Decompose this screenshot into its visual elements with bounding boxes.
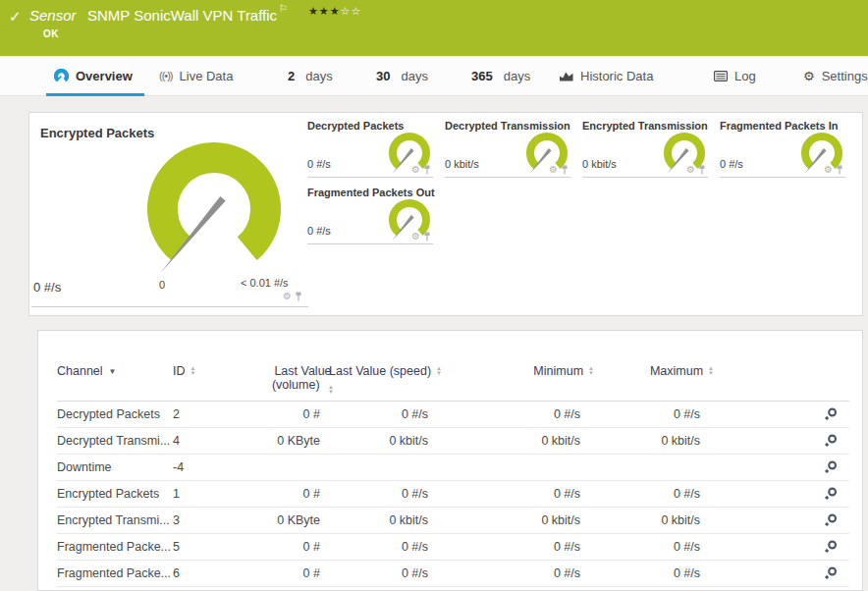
- status-badge: OK: [43, 28, 59, 39]
- sort-icon[interactable]: ▲▼: [190, 366, 196, 376]
- table-row[interactable]: Downtime -4: [57, 455, 849, 481]
- channel-settings-gear-icon[interactable]: ⚙: [686, 165, 695, 175]
- maximum-value: 0 kbit/s: [580, 513, 700, 527]
- sort-desc-icon[interactable]: ▼: [109, 367, 117, 376]
- sort-icon[interactable]: ▲▼: [328, 385, 334, 395]
- tab-live-data[interactable]: ((•)) Live Data: [159, 56, 233, 95]
- column-header-last-value-volume[interactable]: Last Value (volume) ▲▼: [232, 364, 334, 395]
- tab-30-days[interactable]: 30 days: [376, 56, 428, 95]
- pin-icon[interactable]: [295, 292, 302, 301]
- priority-stars[interactable]: ★★★☆☆: [308, 5, 361, 18]
- channel-settings-gear-icon[interactable]: ⚙: [411, 165, 420, 175]
- wrench-edit-icon[interactable]: [824, 513, 838, 527]
- channel-id: 6: [173, 566, 232, 580]
- table-row[interactable]: Fragmented Packe... 5 0 # 0 #/s 0 #/s 0 …: [57, 534, 849, 561]
- last-value-volume: 0 #: [232, 566, 320, 580]
- tab-2-days-number: 2: [288, 69, 295, 83]
- tab-overview[interactable]: Overview: [54, 56, 133, 95]
- channel-id: 5: [173, 540, 232, 554]
- sensor-title: SNMP SonicWall VPN Traffic: [87, 7, 277, 24]
- table-row[interactable]: Encrypted Transmi... 3 0 KByte 0 kbit/s …: [57, 508, 849, 534]
- maximum-value: 0 #/s: [580, 407, 700, 421]
- gauge-value: 0 #/s: [307, 225, 331, 237]
- gauge-value: 0 #/s: [720, 158, 743, 170]
- star-empty-icon[interactable]: ☆☆: [341, 5, 362, 17]
- primary-gauge-icon: [116, 111, 312, 288]
- tab-log[interactable]: Log: [714, 56, 756, 95]
- maximum-value: 0 kbit/s: [580, 434, 700, 448]
- minimum-value: 0 #/s: [428, 407, 580, 421]
- gauge-value: 0 kbit/s: [445, 158, 479, 170]
- tab-365-days[interactable]: 365 days: [471, 56, 530, 95]
- minimum-value: 0 kbit/s: [428, 434, 580, 448]
- pin-icon[interactable]: [423, 165, 431, 175]
- wrench-edit-icon[interactable]: [824, 460, 838, 474]
- channel-settings-gear-icon[interactable]: ⚙: [549, 165, 558, 175]
- sort-icon[interactable]: ▲▼: [708, 366, 714, 376]
- tab-365-days-label: days: [504, 69, 530, 83]
- channel-id: 1: [173, 487, 232, 501]
- column-header-last-value-speed[interactable]: Last Value (speed) ▲▼: [320, 364, 442, 378]
- table-row[interactable]: Fragmented Packe... 6 0 # 0 #/s 0 #/s 0 …: [57, 561, 849, 587]
- channel-name[interactable]: Decrypted Transmi...: [57, 434, 173, 448]
- log-list-icon: [714, 71, 728, 81]
- gauge-value: 0 #/s: [307, 158, 331, 170]
- table-row[interactable]: Encrypted Packets 1 0 # 0 #/s 0 #/s 0 #/…: [57, 481, 849, 508]
- area-chart-icon: [560, 71, 573, 81]
- tab-overview-label: Overview: [76, 69, 133, 83]
- wrench-edit-icon[interactable]: [824, 434, 838, 448]
- column-header-id[interactable]: ID ▲▼: [173, 364, 232, 378]
- star-filled-icon[interactable]: ★★★: [308, 5, 341, 17]
- minimum-value: 0 kbit/s: [428, 513, 580, 527]
- channel-name[interactable]: Downtime: [57, 460, 173, 474]
- ok-check-icon: ✓: [9, 8, 22, 26]
- channel-name[interactable]: Fragmented Packe...: [57, 566, 173, 580]
- wrench-edit-icon[interactable]: [824, 487, 838, 501]
- table-row[interactable]: Decrypted Packets 2 0 # 0 #/s 0 #/s 0 #/…: [57, 402, 849, 428]
- channel-name[interactable]: Decrypted Packets: [57, 407, 173, 421]
- tile-divider: [307, 243, 433, 244]
- flag-icon[interactable]: ⚐: [279, 3, 288, 14]
- gauge-tile-fragmented-packets-out: Fragmented Packets Out 0 #/s ⚙: [307, 187, 433, 245]
- tab-2-days-label: days: [305, 69, 332, 83]
- gauge-icon: [54, 69, 69, 83]
- maximum-value: 0 #/s: [580, 540, 700, 554]
- channel-name[interactable]: Fragmented Packe...: [57, 540, 173, 554]
- channels-table-header: Channel ▼ ID ▲▼ Last Value (volume) ▲▼ L…: [57, 364, 849, 402]
- channel-settings-gear-icon[interactable]: ⚙: [283, 292, 292, 301]
- tile-divider: [582, 177, 708, 178]
- pin-icon[interactable]: [423, 232, 431, 242]
- channel-name[interactable]: Encrypted Packets: [57, 487, 173, 501]
- last-value-speed: 0 #/s: [320, 540, 428, 554]
- column-header-channel[interactable]: Channel ▼: [57, 364, 173, 378]
- channel-name[interactable]: Encrypted Transmi...: [57, 513, 173, 527]
- last-value-volume: 0 #: [232, 487, 320, 501]
- pin-icon[interactable]: [561, 165, 569, 175]
- gauge-tile-encrypted-transmission: Encrypted Transmission 0 kbit/s ⚙: [582, 120, 708, 179]
- sensor-page: ✓ Sensor SNMP SonicWall VPN Traffic ⚐ ★★…: [0, 0, 868, 591]
- pin-icon[interactable]: [698, 165, 706, 175]
- column-header-maximum[interactable]: Maximum ▲▼: [580, 364, 714, 378]
- pin-icon[interactable]: [836, 165, 843, 175]
- tab-30-days-label: days: [401, 69, 427, 83]
- channel-id: 3: [173, 513, 232, 527]
- tab-2-days[interactable]: 2 days: [288, 56, 333, 95]
- channel-settings-gear-icon[interactable]: ⚙: [411, 232, 420, 242]
- column-header-minimum[interactable]: Minimum ▲▼: [428, 364, 594, 378]
- minimum-value: 0 #/s: [428, 487, 580, 501]
- gauge-value: 0 kbit/s: [582, 158, 617, 170]
- wrench-edit-icon[interactable]: [824, 566, 838, 580]
- tab-settings[interactable]: ⚙ Settings: [803, 56, 868, 95]
- maximum-value: 0 #/s: [580, 487, 700, 501]
- primary-gauge-scale-min: 0: [159, 279, 165, 291]
- tab-bar: Overview ((•)) Live Data 2 days 30 days …: [0, 56, 868, 96]
- wrench-edit-icon[interactable]: [824, 540, 838, 554]
- tile-divider: [31, 306, 308, 307]
- channel-settings-gear-icon[interactable]: ⚙: [824, 165, 833, 175]
- last-value-volume: 0 #: [232, 540, 320, 554]
- table-row[interactable]: Decrypted Transmi... 4 0 KByte 0 kbit/s …: [57, 428, 849, 455]
- minimum-value: 0 #/s: [428, 566, 580, 580]
- channel-id: 4: [173, 434, 232, 448]
- wrench-edit-icon[interactable]: [824, 407, 838, 421]
- tab-historic-data[interactable]: Historic Data: [560, 56, 653, 95]
